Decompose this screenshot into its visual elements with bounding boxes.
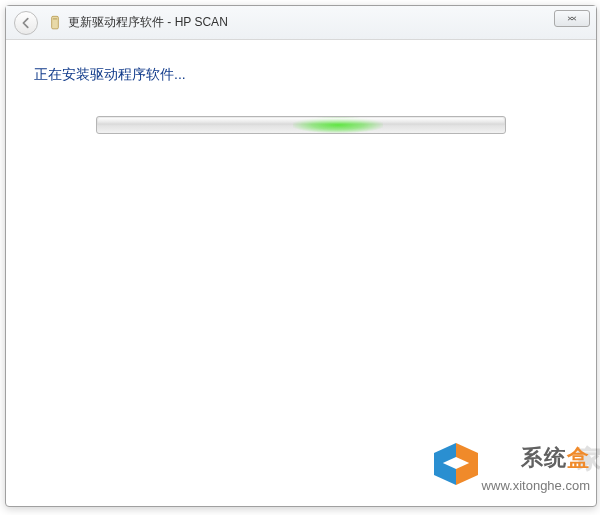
content-area: 正在安装驱动程序软件... xyxy=(6,40,596,506)
arrow-left-icon xyxy=(19,16,33,30)
dialog-window: 更新驱动程序软件 - HP SCAN 正在安装驱动程序软件... xyxy=(5,5,597,507)
titlebar: 更新驱动程序软件 - HP SCAN xyxy=(6,6,596,40)
status-text: 正在安装驱动程序软件... xyxy=(34,66,568,84)
device-icon xyxy=(48,14,62,32)
close-icon xyxy=(566,15,578,22)
close-button[interactable] xyxy=(554,10,590,27)
back-button[interactable] xyxy=(14,11,38,35)
svg-rect-1 xyxy=(53,18,57,20)
window-title: 更新驱动程序软件 - HP SCAN xyxy=(68,14,228,31)
progress-bar xyxy=(96,116,506,134)
progress-sheen xyxy=(98,118,504,124)
